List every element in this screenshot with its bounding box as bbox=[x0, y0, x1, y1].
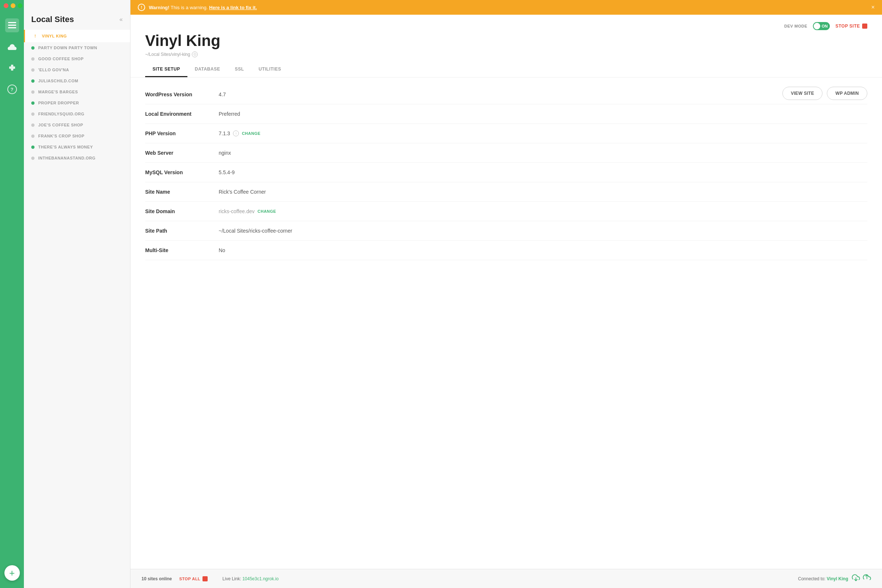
warning-link[interactable]: Here is a link to fix it. bbox=[209, 5, 257, 10]
connected-name: Vinyl King bbox=[827, 576, 848, 581]
sidebar-item-juliaschild[interactable]: JULIASCHILD.COM bbox=[24, 75, 130, 86]
info-value: Preferred bbox=[219, 111, 240, 117]
info-value-cell: ricks-coffee.dev CHANGE bbox=[219, 208, 276, 214]
help-nav-icon[interactable]: ? bbox=[5, 82, 19, 96]
sidebar-item-ello-govna[interactable]: 'ELLO GOV'NA bbox=[24, 64, 130, 75]
tab-utilities[interactable]: UTILITIES bbox=[251, 63, 288, 77]
info-label: Local Environment bbox=[145, 111, 219, 117]
live-link-url[interactable]: 1045e3c1.ngrok.io bbox=[242, 576, 279, 581]
sidebar-item-party-down[interactable]: PARTY DOWN PARTY TOWN bbox=[24, 42, 130, 53]
tab-ssl[interactable]: SSL bbox=[228, 63, 251, 77]
site-status-dot bbox=[31, 80, 34, 82]
sidebar-item-friendlysquid[interactable]: FRIENDLYSQUID.ORG bbox=[24, 108, 130, 119]
info-row: WordPress Version 4.7 bbox=[145, 85, 867, 104]
tab-site-setup[interactable]: SITE SETUP bbox=[145, 63, 188, 77]
sites-online-count: 10 sites online bbox=[141, 576, 172, 581]
sidebar-item-bananastand[interactable]: INTHEBANANASTAND.ORG bbox=[24, 153, 130, 164]
icon-sidebar: ? + bbox=[0, 0, 24, 588]
wp-admin-button[interactable]: WP ADMIN bbox=[827, 87, 867, 100]
stop-all-square-icon bbox=[202, 576, 208, 581]
site-item-label: FRIENDLYSQUID.ORG bbox=[38, 112, 84, 116]
info-value: ~/Local Sites/ricks-coffee-corner bbox=[219, 228, 292, 234]
info-label: Site Path bbox=[145, 228, 219, 234]
warning-text: Warning! This is a warning. Here is a li… bbox=[149, 5, 257, 10]
site-item-label: INTHEBANANASTAND.ORG bbox=[38, 156, 96, 160]
info-value-cell: 7.1.3 i CHANGE bbox=[219, 130, 261, 136]
site-item-label: PROPER DROPPER bbox=[38, 101, 79, 105]
info-value-cell: 5.5.4-9 bbox=[219, 170, 235, 175]
info-value-cell: Rick's Coffee Corner bbox=[219, 189, 266, 195]
stop-site-square-icon bbox=[862, 24, 867, 28]
info-value: 5.5.4-9 bbox=[219, 170, 235, 175]
connected-label: Connected to: Vinyl King bbox=[798, 576, 848, 581]
site-item-label: 'ELLO GOV'NA bbox=[38, 68, 69, 72]
dev-mode-label: DEV MODE bbox=[784, 24, 807, 28]
view-site-button[interactable]: VIEW SITE bbox=[782, 87, 822, 100]
traffic-light-yellow[interactable] bbox=[10, 3, 15, 8]
sidebar-item-joes-coffee[interactable]: JOE'S COFFEE SHOP bbox=[24, 119, 130, 130]
sidebar-item-theres-always[interactable]: THERE'S ALWAYS MONEY bbox=[24, 141, 130, 153]
site-item-label: THERE'S ALWAYS MONEY bbox=[38, 145, 93, 149]
info-value-cell: No bbox=[219, 248, 225, 253]
info-row: MySQL Version 5.5.4-9 bbox=[145, 163, 867, 182]
warning-banner: ! Warning! This is a warning. Here is a … bbox=[130, 0, 882, 15]
site-path: ~/Local Sites/vinyl-king ⓪ bbox=[145, 51, 867, 57]
php-info-icon[interactable]: i bbox=[233, 130, 239, 136]
site-status-dot bbox=[31, 112, 34, 116]
site-status-dot bbox=[31, 101, 34, 105]
traffic-light-green[interactable] bbox=[18, 3, 22, 8]
site-status-dot bbox=[31, 57, 34, 61]
site-item-label: FRANK'S CROP SHOP bbox=[38, 134, 84, 138]
site-item-label: JOE'S COFFEE SHOP bbox=[38, 123, 83, 127]
path-info-icon[interactable]: ⓪ bbox=[192, 51, 198, 57]
sidebar-item-franks-crop[interactable]: FRANK'S CROP SHOP bbox=[24, 130, 130, 141]
live-link: Live Link: 1045e3c1.ngrok.io bbox=[222, 576, 279, 581]
warning-icon: ! bbox=[138, 4, 145, 11]
info-value: No bbox=[219, 248, 225, 253]
info-label: Multi-Site bbox=[145, 248, 219, 253]
main-content: ! Warning! This is a warning. Here is a … bbox=[130, 0, 882, 588]
info-label: Site Domain bbox=[145, 208, 219, 214]
php-change-link[interactable]: CHANGE bbox=[242, 131, 261, 136]
warning-close-button[interactable]: × bbox=[872, 4, 874, 10]
footer-right: Connected to: Vinyl King bbox=[798, 574, 871, 584]
info-row: Multi-Site No bbox=[145, 241, 867, 260]
svg-rect-0 bbox=[8, 22, 16, 23]
site-status-dot bbox=[31, 46, 34, 50]
info-label: MySQL Version bbox=[145, 170, 219, 175]
site-item-label: VINYL KING bbox=[42, 34, 67, 38]
sites-nav-icon[interactable] bbox=[5, 18, 19, 32]
info-label: Site Name bbox=[145, 189, 219, 195]
sidebar-item-vinyl-king[interactable]: ! VINYL KING bbox=[24, 30, 130, 42]
info-row: PHP Version 7.1.3 i CHANGE bbox=[145, 124, 867, 143]
puzzle-nav-icon[interactable] bbox=[5, 61, 19, 75]
site-info-table: WordPress Version 4.7 Local Environment … bbox=[145, 85, 867, 260]
download-icon[interactable] bbox=[852, 574, 860, 584]
footer-icons bbox=[852, 574, 871, 584]
site-status-dot bbox=[31, 156, 34, 160]
tab-database[interactable]: DATABASE bbox=[188, 63, 228, 77]
info-row: Local Environment Preferred bbox=[145, 104, 867, 124]
dev-mode-toggle[interactable]: ON bbox=[813, 22, 830, 30]
sites-sidebar: Local Sites « ! VINYL KING PARTY DOWN PA… bbox=[24, 0, 130, 588]
info-value-cell: 4.7 bbox=[219, 92, 226, 98]
stop-site-button[interactable]: STOP SITE bbox=[836, 24, 867, 28]
domain-change-link[interactable]: CHANGE bbox=[258, 209, 276, 213]
add-site-button[interactable]: + bbox=[4, 565, 20, 580]
tabs: SITE SETUPDATABASESSLUTILITIES bbox=[145, 63, 867, 77]
info-value-cell: ~/Local Sites/ricks-coffee-corner bbox=[219, 228, 292, 234]
cloud-nav-icon[interactable] bbox=[5, 40, 19, 54]
stop-all-button[interactable]: STOP ALL bbox=[179, 576, 208, 581]
upload-icon[interactable] bbox=[863, 574, 871, 584]
info-value-cell: nginx bbox=[219, 150, 231, 156]
info-row: Site Domain ricks-coffee.dev CHANGE bbox=[145, 202, 867, 221]
traffic-light-red[interactable] bbox=[4, 3, 9, 8]
toggle-label: ON bbox=[822, 24, 828, 28]
info-label: WordPress Version bbox=[145, 92, 219, 98]
svg-rect-1 bbox=[8, 25, 16, 26]
collapse-sidebar-button[interactable]: « bbox=[119, 16, 123, 23]
sidebar-item-marges-barges[interactable]: MARGE'S BARGES bbox=[24, 86, 130, 98]
sidebar-item-good-coffee[interactable]: GOOD COFFEE SHOP bbox=[24, 53, 130, 64]
sidebar-item-proper-dropper[interactable]: PROPER DROPPER bbox=[24, 98, 130, 108]
info-row: Web Server nginx bbox=[145, 143, 867, 163]
